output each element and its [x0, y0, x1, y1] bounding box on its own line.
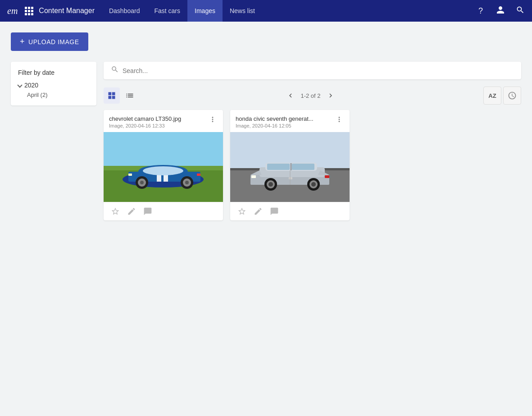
- svg-rect-34: [289, 177, 292, 179]
- user-button[interactable]: [492, 3, 509, 19]
- card-2-favorite-button[interactable]: [237, 207, 246, 216]
- app-logo: em: [4, 6, 21, 16]
- svg-rect-23: [267, 164, 290, 170]
- svg-rect-15: [128, 174, 132, 176]
- list-view-button[interactable]: [122, 87, 138, 104]
- card-2-edit-button[interactable]: [254, 207, 263, 216]
- svg-point-8: [143, 166, 183, 175]
- sort-az-label: AZ: [488, 92, 496, 99]
- card-2-header: honda civic seventh generat... Image, 20…: [230, 110, 350, 132]
- filter-april[interactable]: April (2): [18, 91, 89, 98]
- grid-menu-icon[interactable]: [25, 7, 33, 15]
- nav-fast-cars[interactable]: Fast cars: [147, 0, 187, 22]
- upload-image-button[interactable]: + UPLOAD IMAGE: [11, 32, 88, 51]
- svg-point-28: [268, 182, 273, 187]
- card-1-image: [104, 132, 223, 202]
- arrow-icon: [17, 82, 22, 87]
- grid-view-button[interactable]: [104, 87, 120, 104]
- image-card-2: honda civic seventh generat... Image, 20…: [230, 110, 350, 220]
- svg-rect-0: [104, 132, 223, 170]
- svg-point-11: [140, 181, 144, 184]
- filter-year-2020[interactable]: 2020: [18, 82, 89, 89]
- nav-news-list[interactable]: News list: [223, 0, 262, 22]
- card-2-actions: [230, 202, 350, 220]
- card-1-menu-button[interactable]: [208, 115, 218, 125]
- card-1-comment-button[interactable]: [143, 207, 152, 216]
- filter-title: Filter by date: [18, 69, 89, 76]
- card-1-info: chevrolet camaro LT350.jpg Image, 2020-0…: [109, 115, 181, 128]
- view-toggle: [104, 87, 138, 104]
- filter-panel: Filter by date 2020 April (2): [11, 62, 96, 105]
- nav-dashboard[interactable]: Dashboard: [102, 0, 147, 22]
- card-1-favorite-button[interactable]: [111, 207, 120, 216]
- svg-rect-25: [290, 163, 292, 170]
- search-bar: [104, 62, 521, 79]
- next-page-button[interactable]: [324, 89, 337, 102]
- card-2-info: honda civic seventh generat... Image, 20…: [236, 115, 314, 128]
- search-icon: [111, 65, 119, 76]
- nav-images[interactable]: Images: [187, 0, 223, 22]
- svg-point-31: [311, 182, 316, 187]
- svg-rect-33: [325, 175, 329, 178]
- card-1-actions: [104, 202, 223, 220]
- search-input[interactable]: [123, 67, 514, 74]
- card-1-title: chevrolet camaro LT350.jpg: [109, 115, 181, 122]
- main-content: + UPLOAD IMAGE Filter by date 2020 April…: [0, 22, 532, 231]
- svg-rect-16: [197, 174, 200, 176]
- card-1-meta: Image, 2020-04-16 12:33: [109, 123, 181, 128]
- sort-az-button[interactable]: AZ: [483, 87, 501, 105]
- help-button[interactable]: ?: [473, 3, 489, 19]
- pagination: 1-2 of 2: [284, 89, 336, 102]
- upload-label: UPLOAD IMAGE: [28, 38, 79, 46]
- gallery-toolbar: 1-2 of 2 AZ: [104, 87, 521, 105]
- prev-page-button[interactable]: [284, 89, 297, 102]
- card-2-meta: Image, 2020-04-16 12:05: [236, 123, 314, 128]
- image-card-1: chevrolet camaro LT350.jpg Image, 2020-0…: [104, 110, 223, 220]
- gallery-area: 1-2 of 2 AZ: [104, 62, 521, 220]
- cards-grid: chevrolet camaro LT350.jpg Image, 2020-0…: [104, 110, 521, 220]
- card-2-image: [230, 132, 350, 202]
- svg-rect-24: [292, 164, 314, 170]
- content-area: Filter by date 2020 April (2): [11, 62, 521, 220]
- search-nav-button[interactable]: [512, 3, 528, 19]
- sort-time-button[interactable]: [503, 87, 521, 105]
- card-2-comment-button[interactable]: [270, 207, 279, 216]
- plus-icon: +: [20, 37, 25, 46]
- sort-buttons: AZ: [483, 87, 521, 105]
- pagination-info: 1-2 of 2: [300, 92, 320, 99]
- help-icon: ?: [478, 6, 483, 16]
- user-icon: [496, 5, 505, 17]
- svg-point-14: [185, 181, 189, 184]
- year-label: 2020: [24, 82, 38, 89]
- main-nav: Dashboard Fast cars Images News list: [102, 0, 473, 22]
- svg-rect-32: [251, 175, 256, 178]
- card-1-edit-button[interactable]: [127, 207, 136, 216]
- search-nav-icon: [516, 5, 525, 17]
- app-brand: Content Manager: [39, 7, 95, 15]
- card-2-menu-button[interactable]: [334, 115, 344, 125]
- card-1-header: chevrolet camaro LT350.jpg Image, 2020-0…: [104, 110, 223, 132]
- navbar-actions: ?: [473, 3, 528, 19]
- sidebar: Filter by date 2020 April (2): [11, 62, 96, 220]
- navbar: em Content Manager Dashboard Fast cars I…: [0, 0, 532, 22]
- card-2-title: honda civic seventh generat...: [236, 115, 314, 122]
